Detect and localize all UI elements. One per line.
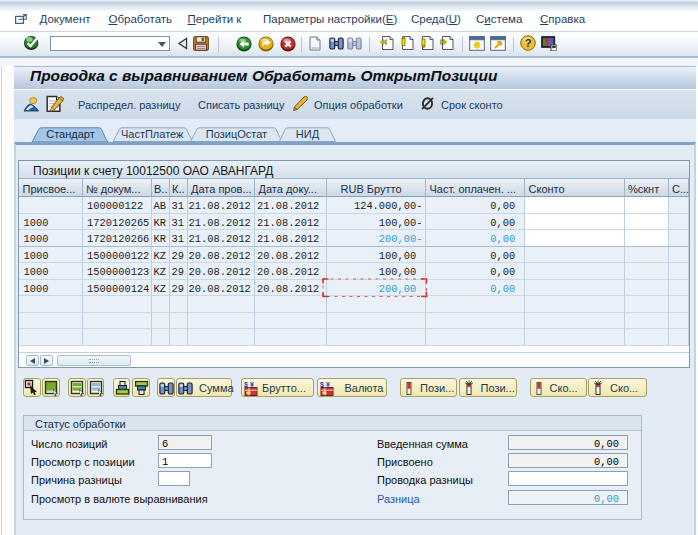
- svg-text:?: ?: [525, 37, 532, 49]
- svg-text:НИД: НИД: [296, 128, 320, 140]
- svg-text:¥: ¥: [326, 381, 330, 388]
- svg-text:Стандарт: Стандарт: [46, 128, 95, 140]
- svg-text:ЧастПлатеж: ЧастПлатеж: [121, 128, 184, 140]
- svg-text:¥: ¥: [250, 381, 254, 388]
- svg-text:ПозицОстат: ПозицОстат: [206, 128, 267, 140]
